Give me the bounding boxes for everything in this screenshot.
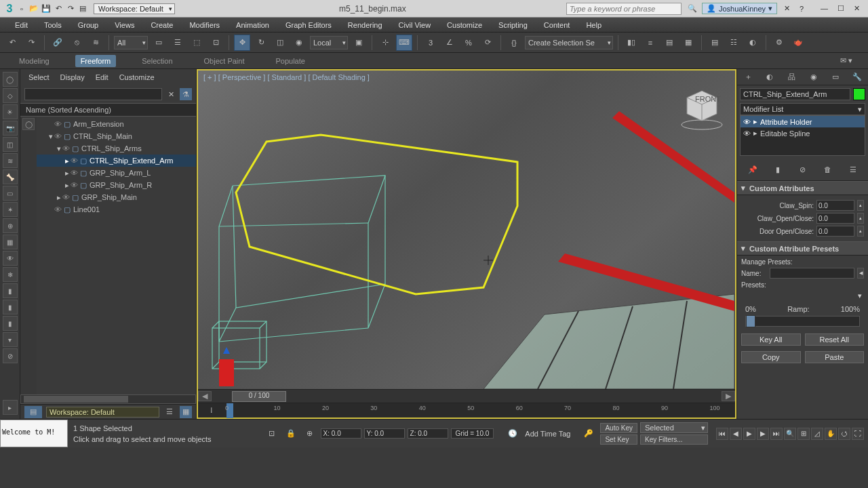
type-bone-icon[interactable]: 🦴 bbox=[3, 169, 18, 184]
select-manipulate-button[interactable]: ⊹ bbox=[377, 35, 393, 51]
render-setup-button[interactable]: ⚙ bbox=[771, 35, 787, 51]
ribbon-modeling[interactable]: Modeling bbox=[14, 55, 55, 67]
se-tree[interactable]: 👁▢Arm_Extension▾👁▢CTRL_Ship_Main▾👁▢CTRL_… bbox=[37, 117, 196, 394]
time-slider-next[interactable]: ▶ bbox=[722, 391, 735, 401]
save-file-icon[interactable]: 💾 bbox=[41, 3, 52, 14]
modifier-list-dropdown[interactable]: Modifier List bbox=[740, 103, 865, 115]
viewport-label[interactable]: [ + ] [ Perspective ] [ Standard ] [ Def… bbox=[203, 73, 370, 81]
cmd-create-tab-icon[interactable]: ＋ bbox=[740, 69, 756, 85]
prev-frame-icon[interactable]: ◀ bbox=[730, 428, 742, 440]
coord-y[interactable]: Y: 0.0 bbox=[364, 428, 405, 439]
goto-end-icon[interactable]: ⏭ bbox=[770, 428, 783, 440]
mirror-button[interactable]: ▮▯ bbox=[623, 35, 639, 51]
snap-3d-button[interactable]: 3 bbox=[422, 35, 439, 51]
undo-qat-icon[interactable]: ↶ bbox=[53, 3, 64, 14]
type-xref-icon[interactable]: ⊕ bbox=[3, 218, 18, 233]
render-button[interactable]: 🫖 bbox=[790, 35, 806, 51]
type-cameras-icon[interactable]: 📷 bbox=[3, 121, 18, 136]
ribbon-object-paint[interactable]: Object Paint bbox=[199, 55, 250, 67]
menu-group[interactable]: Group bbox=[70, 19, 107, 31]
modifier-row[interactable]: 👁▸Attribute Holder bbox=[741, 116, 865, 127]
se-tab-select[interactable]: Select bbox=[28, 73, 50, 81]
type-misc1-icon[interactable]: ▮ bbox=[3, 283, 18, 298]
key-all-button[interactable]: Key All bbox=[741, 333, 801, 346]
menu-create[interactable]: Create bbox=[142, 19, 181, 31]
add-time-tag[interactable]: Add Time Tag bbox=[525, 430, 570, 438]
tree-row[interactable]: 👁▢Arm_Extension bbox=[37, 118, 196, 130]
type-helpers-icon[interactable]: ◫ bbox=[3, 137, 18, 152]
tree-row[interactable]: ▸👁▢CTRL_Ship_Extend_Arm bbox=[37, 155, 196, 167]
use-center-button[interactable]: ▣ bbox=[351, 35, 367, 51]
layer-explorer-button[interactable]: ▤ bbox=[661, 35, 677, 51]
link-button[interactable]: 🔗 bbox=[50, 35, 66, 51]
keyboard-shortcut-override-button[interactable]: ⌨ bbox=[396, 35, 412, 51]
nav-maximize-icon[interactable]: ⛶ bbox=[852, 428, 864, 440]
make-unique-icon[interactable]: ⊘ bbox=[795, 161, 811, 178]
next-frame-icon[interactable]: ▶ bbox=[757, 428, 769, 440]
se-scrollbar[interactable] bbox=[20, 394, 196, 404]
type-misc3-icon[interactable]: ▮ bbox=[3, 316, 18, 331]
redo-qat-icon[interactable]: ↷ bbox=[65, 3, 76, 14]
type-misc2-icon[interactable]: ▮ bbox=[3, 300, 18, 314]
param-spinner[interactable]: 0.0 bbox=[816, 226, 854, 237]
coord-z[interactable]: Z: 0.0 bbox=[408, 428, 448, 439]
help-icon[interactable]: ? bbox=[796, 3, 807, 14]
cmd-display-tab-icon[interactable]: ▭ bbox=[827, 69, 844, 85]
lock-icon[interactable]: 🔒 bbox=[283, 426, 299, 442]
ribbon-freeform[interactable]: Freeform bbox=[75, 55, 117, 67]
type-frozen-icon[interactable]: ❄ bbox=[3, 267, 18, 282]
tree-row[interactable]: ▸👁▢GRP_Ship_Main bbox=[37, 191, 196, 203]
named-selection-dropdown[interactable]: Create Selection Se bbox=[525, 36, 613, 49]
ref-coord-dropdown[interactable]: Local bbox=[310, 36, 348, 49]
remove-modifier-icon[interactable]: 🗑 bbox=[820, 161, 836, 178]
placement-button[interactable]: ◉ bbox=[291, 35, 307, 51]
coord-x[interactable]: X: 0.0 bbox=[321, 428, 361, 439]
viewport-canvas[interactable]: FRONT bbox=[198, 70, 735, 389]
time-slider-handle[interactable]: 0 / 100 bbox=[232, 391, 286, 402]
type-particle-icon[interactable]: ✶ bbox=[3, 202, 18, 217]
unlink-button[interactable]: ⦸ bbox=[68, 35, 85, 51]
modifier-row[interactable]: 👁▸Editable Spline bbox=[741, 127, 865, 139]
absolute-mode-icon[interactable]: ⊕ bbox=[302, 426, 318, 442]
menu-edit[interactable]: Edit bbox=[7, 19, 36, 31]
key-filters-button[interactable]: Key Filters... bbox=[640, 434, 708, 445]
menu-civil-view[interactable]: Civil View bbox=[391, 19, 439, 31]
select-region-button[interactable]: ⬚ bbox=[189, 35, 205, 51]
se-tab-customize[interactable]: Customize bbox=[119, 73, 155, 81]
bind-space-warp-button[interactable]: ≋ bbox=[87, 35, 104, 51]
expand-panel-icon[interactable]: ▸ bbox=[3, 400, 18, 415]
spinner-up-down[interactable]: ▴ bbox=[857, 226, 864, 237]
type-container-icon[interactable]: ▭ bbox=[3, 186, 18, 201]
type-geometry-icon[interactable]: ◯ bbox=[3, 72, 18, 87]
show-end-result-icon[interactable]: ▮ bbox=[770, 161, 786, 178]
type-spacewarps-icon[interactable]: ≋ bbox=[3, 153, 18, 168]
menu-tools[interactable]: Tools bbox=[36, 19, 70, 31]
redo-button[interactable]: ↷ bbox=[23, 35, 39, 51]
configure-sets-icon[interactable]: ☰ bbox=[845, 161, 861, 178]
menu-rendering[interactable]: Rendering bbox=[340, 19, 391, 31]
cmd-modify-tab-icon[interactable]: ◐ bbox=[762, 69, 778, 85]
signed-in-user[interactable]: 👤 JoshuaKinney ▾ bbox=[702, 3, 777, 14]
selection-lock-icon[interactable]: ⊡ bbox=[264, 426, 280, 442]
copy-button[interactable]: Copy bbox=[741, 351, 801, 363]
nav-fov-icon[interactable]: ◿ bbox=[811, 428, 823, 440]
tree-row[interactable]: ▸👁▢GRP_Ship_Arm_L bbox=[37, 167, 196, 179]
se-clear-filter-icon[interactable]: ✕ bbox=[165, 88, 177, 100]
cmd-hierarchy-tab-icon[interactable]: 品 bbox=[783, 69, 800, 85]
menu-help[interactable]: Help bbox=[578, 19, 610, 31]
modifier-stack[interactable]: 👁▸Attribute Holder👁▸Editable Spline bbox=[740, 115, 865, 156]
workspace-dropdown[interactable]: Workspace: Default bbox=[94, 3, 175, 14]
paste-button[interactable]: Paste bbox=[805, 351, 865, 363]
rotate-button[interactable]: ↻ bbox=[253, 35, 269, 51]
material-editor-button[interactable]: ◐ bbox=[745, 35, 761, 51]
type-lights-icon[interactable]: ☀ bbox=[3, 104, 18, 119]
cmd-utilities-tab-icon[interactable]: 🔧 bbox=[849, 69, 865, 85]
tree-row[interactable]: ▸👁▢GRP_Ship_Arm_R bbox=[37, 179, 196, 191]
spinner-snap-button[interactable]: ⟳ bbox=[479, 35, 496, 51]
tree-row[interactable]: ▾👁▢CTRL_Ship_Main bbox=[37, 130, 196, 142]
ribbon-minimize-icon[interactable]: ✉ ▾ bbox=[838, 53, 854, 69]
time-slider-prev[interactable]: ◀ bbox=[198, 391, 212, 401]
trackbar-toggle-icon[interactable]: ⁞ bbox=[210, 406, 213, 415]
rollout-custom-attributes[interactable]: ▾Custom Attributes bbox=[737, 181, 868, 195]
play-icon[interactable]: ▶ bbox=[743, 428, 755, 440]
